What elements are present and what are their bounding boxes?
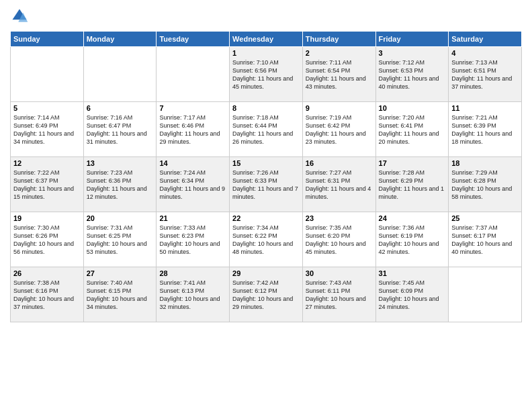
calendar-cell: 23Sunrise: 7:35 AM Sunset: 6:20 PM Dayli… (302, 212, 375, 267)
calendar-week-1: 1Sunrise: 7:10 AM Sunset: 6:56 PM Daylig… (11, 47, 522, 102)
day-info: Sunrise: 7:27 AM Sunset: 6:31 PM Dayligh… (306, 169, 373, 201)
calendar-cell: 9Sunrise: 7:19 AM Sunset: 6:42 PM Daylig… (302, 102, 375, 157)
calendar-cell: 16Sunrise: 7:27 AM Sunset: 6:31 PM Dayli… (302, 157, 375, 212)
day-info: Sunrise: 7:30 AM Sunset: 6:26 PM Dayligh… (13, 224, 81, 257)
calendar-week-3: 12Sunrise: 7:22 AM Sunset: 6:37 PM Dayli… (11, 157, 522, 212)
day-number: 21 (159, 214, 226, 222)
day-number: 22 (232, 214, 300, 222)
calendar-cell (157, 47, 230, 102)
day-number: 1 (232, 49, 300, 57)
day-number: 31 (379, 269, 446, 277)
calendar-cell: 20Sunrise: 7:31 AM Sunset: 6:25 PM Dayli… (83, 212, 157, 267)
day-number: 7 (159, 104, 226, 112)
day-info: Sunrise: 7:24 AM Sunset: 6:34 PM Dayligh… (159, 169, 226, 201)
day-info: Sunrise: 7:10 AM Sunset: 6:56 PM Dayligh… (232, 58, 300, 91)
calendar-cell: 2Sunrise: 7:11 AM Sunset: 6:54 PM Daylig… (302, 47, 375, 102)
calendar-cell: 14Sunrise: 7:24 AM Sunset: 6:34 PM Dayli… (157, 157, 230, 212)
calendar-cell: 6Sunrise: 7:16 AM Sunset: 6:47 PM Daylig… (83, 102, 157, 157)
header (10, 7, 522, 26)
day-info: Sunrise: 7:21 AM Sunset: 6:39 PM Dayligh… (451, 113, 519, 146)
weekday-header-row: SundayMondayTuesdayWednesdayThursdayFrid… (11, 32, 522, 47)
day-info: Sunrise: 7:36 AM Sunset: 6:19 PM Dayligh… (379, 224, 446, 257)
day-number: 19 (13, 214, 81, 222)
calendar-week-4: 19Sunrise: 7:30 AM Sunset: 6:26 PM Dayli… (11, 212, 522, 267)
calendar-cell: 17Sunrise: 7:28 AM Sunset: 6:29 PM Dayli… (375, 157, 449, 212)
calendar-cell: 25Sunrise: 7:37 AM Sunset: 6:17 PM Dayli… (449, 212, 522, 267)
day-number: 23 (306, 214, 373, 222)
day-info: Sunrise: 7:34 AM Sunset: 6:22 PM Dayligh… (232, 224, 300, 257)
calendar-cell: 1Sunrise: 7:10 AM Sunset: 6:56 PM Daylig… (230, 47, 303, 102)
day-number: 4 (451, 49, 519, 57)
calendar-cell: 10Sunrise: 7:20 AM Sunset: 6:41 PM Dayli… (375, 102, 449, 157)
day-info: Sunrise: 7:26 AM Sunset: 6:33 PM Dayligh… (232, 169, 300, 201)
day-number: 8 (232, 104, 300, 112)
day-number: 3 (379, 49, 446, 57)
day-info: Sunrise: 7:43 AM Sunset: 6:11 PM Dayligh… (306, 279, 373, 312)
calendar-cell: 21Sunrise: 7:33 AM Sunset: 6:23 PM Dayli… (157, 212, 230, 267)
day-info: Sunrise: 7:16 AM Sunset: 6:47 PM Dayligh… (87, 113, 154, 146)
calendar-cell: 28Sunrise: 7:41 AM Sunset: 6:13 PM Dayli… (157, 267, 230, 322)
day-number: 26 (13, 269, 81, 277)
day-info: Sunrise: 7:22 AM Sunset: 6:37 PM Dayligh… (13, 169, 81, 201)
day-number: 2 (306, 49, 373, 57)
day-info: Sunrise: 7:14 AM Sunset: 6:49 PM Dayligh… (13, 113, 81, 146)
day-info: Sunrise: 7:45 AM Sunset: 6:09 PM Dayligh… (379, 279, 446, 312)
weekday-header-saturday: Saturday (449, 32, 522, 47)
weekday-header-tuesday: Tuesday (157, 32, 230, 47)
day-info: Sunrise: 7:19 AM Sunset: 6:42 PM Dayligh… (306, 113, 373, 146)
day-info: Sunrise: 7:23 AM Sunset: 6:36 PM Dayligh… (87, 169, 154, 201)
day-number: 6 (87, 104, 154, 112)
day-number: 13 (87, 159, 154, 167)
weekday-header-monday: Monday (83, 32, 157, 47)
weekday-header-wednesday: Wednesday (230, 32, 303, 47)
day-number: 24 (379, 214, 446, 222)
weekday-header-friday: Friday (375, 32, 449, 47)
day-number: 9 (306, 104, 373, 112)
day-info: Sunrise: 7:11 AM Sunset: 6:54 PM Dayligh… (306, 58, 373, 91)
day-number: 11 (451, 104, 519, 112)
logo (10, 7, 32, 26)
logo-icon (10, 7, 29, 26)
calendar-cell: 13Sunrise: 7:23 AM Sunset: 6:36 PM Dayli… (83, 157, 157, 212)
day-number: 29 (232, 269, 300, 277)
day-number: 12 (13, 159, 81, 167)
day-number: 30 (306, 269, 373, 277)
day-info: Sunrise: 7:29 AM Sunset: 6:28 PM Dayligh… (451, 169, 519, 201)
day-number: 17 (379, 159, 446, 167)
day-number: 14 (159, 159, 226, 167)
calendar-cell (11, 47, 84, 102)
day-info: Sunrise: 7:28 AM Sunset: 6:29 PM Dayligh… (379, 169, 446, 201)
day-info: Sunrise: 7:37 AM Sunset: 6:17 PM Dayligh… (451, 224, 519, 257)
calendar-cell: 24Sunrise: 7:36 AM Sunset: 6:19 PM Dayli… (375, 212, 449, 267)
day-info: Sunrise: 7:18 AM Sunset: 6:44 PM Dayligh… (232, 113, 300, 146)
day-info: Sunrise: 7:40 AM Sunset: 6:15 PM Dayligh… (87, 279, 154, 312)
page: SundayMondayTuesdayWednesdayThursdayFrid… (0, 0, 532, 411)
day-info: Sunrise: 7:35 AM Sunset: 6:20 PM Dayligh… (306, 224, 373, 257)
day-number: 25 (451, 214, 519, 222)
calendar-cell: 22Sunrise: 7:34 AM Sunset: 6:22 PM Dayli… (230, 212, 303, 267)
calendar-cell: 29Sunrise: 7:42 AM Sunset: 6:12 PM Dayli… (230, 267, 303, 322)
calendar-cell: 5Sunrise: 7:14 AM Sunset: 6:49 PM Daylig… (11, 102, 84, 157)
day-number: 28 (159, 269, 226, 277)
day-info: Sunrise: 7:33 AM Sunset: 6:23 PM Dayligh… (159, 224, 226, 257)
day-number: 27 (87, 269, 154, 277)
day-info: Sunrise: 7:38 AM Sunset: 6:16 PM Dayligh… (13, 279, 81, 312)
calendar-cell (83, 47, 157, 102)
calendar-week-2: 5Sunrise: 7:14 AM Sunset: 6:49 PM Daylig… (11, 102, 522, 157)
calendar-cell: 31Sunrise: 7:45 AM Sunset: 6:09 PM Dayli… (375, 267, 449, 322)
day-number: 16 (306, 159, 373, 167)
day-info: Sunrise: 7:17 AM Sunset: 6:46 PM Dayligh… (159, 113, 226, 146)
day-info: Sunrise: 7:31 AM Sunset: 6:25 PM Dayligh… (87, 224, 154, 257)
day-info: Sunrise: 7:41 AM Sunset: 6:13 PM Dayligh… (159, 279, 226, 312)
calendar-cell (449, 267, 522, 322)
calendar-cell: 18Sunrise: 7:29 AM Sunset: 6:28 PM Dayli… (449, 157, 522, 212)
weekday-header-sunday: Sunday (11, 32, 84, 47)
calendar-cell: 15Sunrise: 7:26 AM Sunset: 6:33 PM Dayli… (230, 157, 303, 212)
day-number: 10 (379, 104, 446, 112)
calendar-cell: 7Sunrise: 7:17 AM Sunset: 6:46 PM Daylig… (157, 102, 230, 157)
calendar-cell: 12Sunrise: 7:22 AM Sunset: 6:37 PM Dayli… (11, 157, 84, 212)
day-number: 18 (451, 159, 519, 167)
calendar-table: SundayMondayTuesdayWednesdayThursdayFrid… (10, 31, 522, 322)
day-info: Sunrise: 7:13 AM Sunset: 6:51 PM Dayligh… (451, 58, 519, 91)
day-number: 20 (87, 214, 154, 222)
